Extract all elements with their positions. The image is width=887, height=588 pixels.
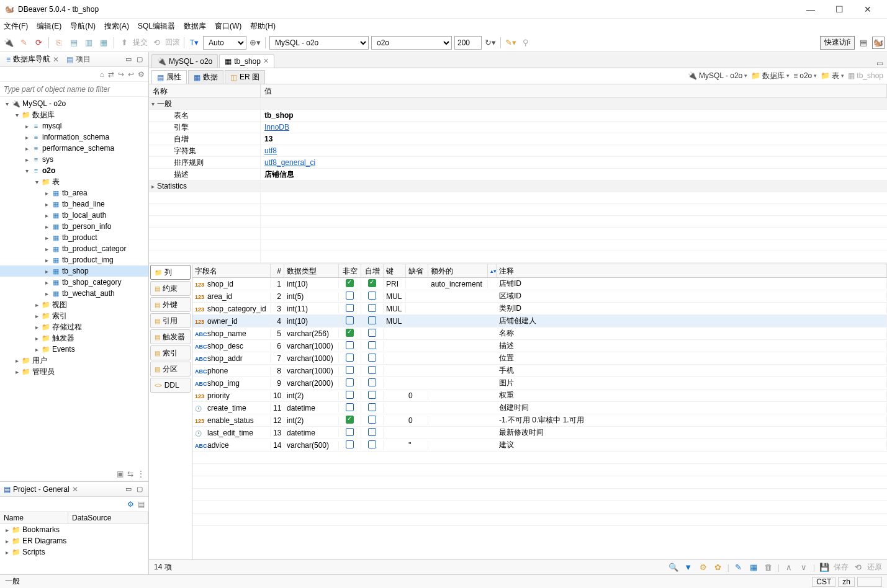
perspective-icon-2[interactable]: 🐿️ [872,37,885,49]
hdr-comment[interactable]: 注释 [497,264,887,277]
column-row[interactable]: ABCphone8varchar(1000)手机 [192,365,887,377]
project-item[interactable]: ▸📁Scripts [0,546,148,558]
tree-node[interactable]: ▸▦tb_wechat_auth [0,288,148,299]
tree-node[interactable]: ▸≡information_schema [0,131,148,143]
tree-node[interactable]: ▸▦tb_shop_category [0,277,148,288]
subtab-properties[interactable]: ▤属性 [151,70,187,84]
tree-node[interactable]: ▸📁存储过程 [0,321,148,332]
vtab-列[interactable]: 📁列 [150,265,191,280]
project-item[interactable]: ▸📁ER Diagrams [0,535,148,546]
maximize-panel-icon[interactable]: ▢ [135,55,145,65]
props-col-value[interactable]: 值 [261,84,887,97]
sql-editor-icon[interactable]: ⎘ [53,37,65,49]
menu-item[interactable]: SQL编辑器 [138,21,175,32]
rollback-icon[interactable]: ⟲ [150,37,163,49]
minimize-icon[interactable]: ▭ [124,55,133,65]
property-row[interactable]: 字符集utf8 [149,145,887,157]
config-icon[interactable]: ▤ [138,500,145,509]
vtab-触发器[interactable]: ▤触发器 [150,329,191,344]
column-row[interactable]: 123shop_id1int(10)PRIauto_increment店铺ID [192,278,887,290]
search-icon[interactable]: 🔍 [668,562,679,573]
vtab-索引[interactable]: ▤索引 [150,345,191,360]
property-row[interactable]: 描述店铺信息 [149,169,887,180]
project-col-ds[interactable]: DataSource [68,512,148,523]
menu-item[interactable]: 编辑(E) [37,21,61,32]
column-row[interactable]: ABCshop_name5varchar(256)名称 [192,327,887,340]
property-row[interactable]: ▾一般 [149,98,887,110]
vtab-约束[interactable]: ▤约束 [150,281,191,296]
maximize-button[interactable]: ☐ [825,0,853,19]
back-icon[interactable]: ↩ [128,70,134,79]
tx-mode-icon[interactable]: T▾ [188,37,200,49]
commit-icon[interactable]: ⬆ [118,37,130,49]
column-row[interactable]: ABCshop_img9varchar(2000)图片 [192,377,887,390]
tree-node[interactable]: ▸▦tb_area [0,187,148,198]
tree-node[interactable]: ▸▦tb_product_categor [0,243,148,254]
local-menu-icon[interactable]: ⋮ [137,470,145,478]
save-icon[interactable]: 💾 [819,562,830,573]
vtab-引用[interactable]: ▤引用 [150,313,191,328]
tree-node[interactable]: ▸▦tb_product [0,232,148,243]
new-sql-icon[interactable]: ✎ [17,37,30,49]
hdr-extra[interactable]: 额外的 [428,264,488,277]
commit-label[interactable]: 提交 [133,37,148,48]
tool-icon-2[interactable]: ▦ [97,37,110,49]
save-label[interactable]: 保存 [834,562,849,572]
tab-minimize-icon[interactable]: ▭ [876,59,883,68]
add-row-icon[interactable]: ▦ [748,562,759,573]
column-row[interactable]: ABCadvice14varchar(500)''建议 [192,439,887,452]
hdr-default[interactable]: 缺省 [406,264,428,277]
up-icon[interactable]: ∧ [783,562,795,573]
breadcrumb-item[interactable]: ≡o2o▾ [793,71,817,80]
refresh-icon[interactable]: ↻▾ [484,37,497,49]
connection-select[interactable]: MySQL - o2o [269,36,369,50]
tree-node[interactable]: ▸≡performance_schema [0,143,148,154]
column-row[interactable]: ABCshop_addr7varchar(1000)位置 [192,352,887,365]
hdr-type[interactable]: 数据类型 [284,264,339,277]
menu-item[interactable]: 文件(F) [4,21,28,32]
collapse-icon[interactable]: ▣ [117,470,124,478]
delete-icon[interactable]: 🗑 [763,562,774,573]
config-icon[interactable]: ✿ [713,562,724,573]
tree-node[interactable]: ▸≡sys [0,154,148,165]
rollback-label[interactable]: 回滚 [165,37,180,48]
tree-node[interactable]: ▸▦tb_local_auth [0,210,148,221]
gear-icon[interactable]: ⚙ [127,500,134,509]
tree-node[interactable]: ▸📁管理员 [0,366,148,377]
menu-item[interactable]: 窗口(W) [215,21,241,32]
stop-icon[interactable]: ✎▾ [505,37,517,49]
hdr-num[interactable]: # [271,264,284,277]
vtab-分区[interactable]: ▤分区 [150,362,191,376]
breadcrumb-item[interactable]: 📁表▾ [821,71,844,81]
navigator-tree[interactable]: ▾🔌MySQL - o2o▾📁数据库▸≡mysql▸≡information_s… [0,97,148,466]
tree-node[interactable]: ▸≡mysql [0,120,148,131]
subtab-data[interactable]: ▦数据 [188,70,223,84]
close-button[interactable]: ✕ [853,0,882,19]
hdr-notnull[interactable]: 非空 [339,264,361,277]
limit-input[interactable] [454,36,482,50]
subtab-erd[interactable]: ◫ER 图 [225,70,265,84]
link-editor-icon[interactable]: ⇆ [127,470,133,478]
breadcrumb-item[interactable]: 📁数据库▾ [751,71,790,81]
menu-item[interactable]: 导航(N) [70,21,96,32]
column-row[interactable]: 123priority10int(2)0权重 [192,390,887,402]
tree-node[interactable]: ▾📁表 [0,176,148,187]
tx-log-icon[interactable]: ⊕▾ [249,37,261,49]
breadcrumb-item[interactable]: ▦tb_shop [848,71,883,80]
perspective-icon-1[interactable]: ▤ [857,37,870,49]
property-row[interactable]: 引擎InnoDB [149,122,887,133]
property-row[interactable]: ▸Statistics [149,180,887,192]
sync-icon[interactable]: ⇄ [108,70,114,79]
minimize-button[interactable]: — [796,0,825,19]
tool-icon-1[interactable]: ▥ [83,37,95,49]
column-row[interactable]: 🕓create_time11datetime创建时间 [192,402,887,414]
breadcrumb-item[interactable]: 🔌MySQL - o2o▾ [688,71,747,80]
revert-label[interactable]: 还原 [867,562,882,572]
tree-node[interactable]: ▸📁索引 [0,310,148,321]
property-row[interactable]: 自增13 [149,133,887,145]
hdr-sort-icon[interactable]: ▴▾ [488,264,497,277]
project-item[interactable]: ▸📁Bookmarks [0,524,148,535]
editor-tab[interactable]: ▦tb_shop✕ [219,54,274,68]
database-select[interactable]: o2o [371,36,452,50]
project-tab[interactable]: ▤项目 [64,54,93,65]
